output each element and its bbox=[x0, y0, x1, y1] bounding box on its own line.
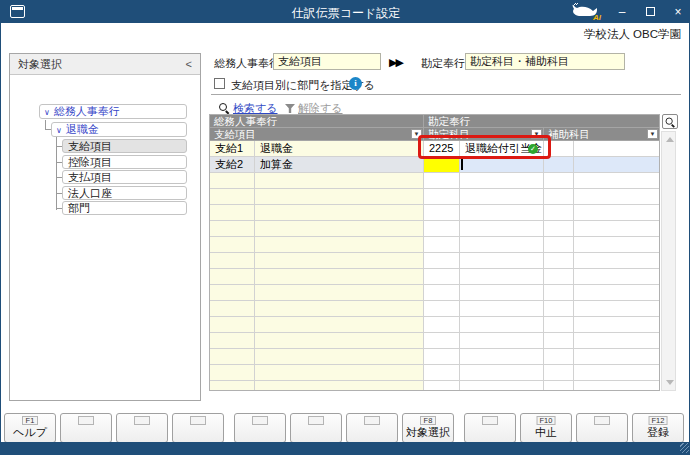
fkey-button-4[interactable] bbox=[172, 413, 224, 443]
close-button[interactable]: × bbox=[671, 1, 685, 23]
cell-name[interactable] bbox=[255, 285, 424, 301]
cell-account_name[interactable] bbox=[460, 253, 544, 269]
info-icon[interactable]: i bbox=[349, 77, 362, 90]
cell-no[interactable] bbox=[210, 365, 255, 381]
cell-sub_code[interactable] bbox=[544, 301, 574, 317]
cell-account_code[interactable] bbox=[424, 237, 460, 253]
cell-sub_name[interactable] bbox=[574, 317, 659, 333]
cell-sub_code[interactable] bbox=[544, 205, 574, 221]
cell-account_code[interactable] bbox=[424, 365, 460, 381]
cell-no[interactable] bbox=[210, 381, 255, 390]
cell-sub_code[interactable] bbox=[544, 285, 574, 301]
cell-name[interactable] bbox=[255, 253, 424, 269]
cell-account_name[interactable] bbox=[460, 205, 544, 221]
dept-per-item-checkbox[interactable] bbox=[214, 78, 225, 89]
cell-account_name[interactable] bbox=[460, 365, 544, 381]
cell-account_name[interactable]: 退職給付引当金✓ bbox=[460, 141, 544, 157]
cell-account_code[interactable] bbox=[424, 269, 460, 285]
fkey-button-7[interactable] bbox=[346, 413, 398, 443]
collapse-panel-button[interactable]: < bbox=[186, 58, 192, 70]
cell-sub_code[interactable] bbox=[544, 221, 574, 237]
tree-node-root[interactable]: ∨総務人事奉行 bbox=[39, 104, 187, 119]
cell-sub_code[interactable] bbox=[544, 269, 574, 285]
fkey-button-6[interactable] bbox=[290, 413, 342, 443]
tree-item-0[interactable]: 支給項目 bbox=[62, 139, 187, 153]
cell-sub_name[interactable] bbox=[574, 381, 659, 390]
tree-node-child[interactable]: ∨退職金 bbox=[51, 122, 187, 137]
cell-sub_code[interactable] bbox=[544, 333, 574, 349]
cell-name[interactable] bbox=[255, 205, 424, 221]
fkey-button-f1[interactable]: F1ヘルプ bbox=[4, 413, 56, 443]
cell-sub_name[interactable] bbox=[574, 333, 659, 349]
cell-no[interactable]: 支給1 bbox=[210, 141, 255, 157]
cell-name[interactable]: 加算金 bbox=[255, 157, 424, 173]
fkey-button-f8[interactable]: F8対象選択 bbox=[402, 413, 454, 443]
tree-item-1[interactable]: 控除項目 bbox=[62, 155, 187, 169]
source-item-field[interactable]: 支給項目 bbox=[273, 53, 381, 70]
cell-account_name[interactable] bbox=[460, 189, 544, 205]
fkey-button-f12[interactable]: F12登録 bbox=[632, 413, 684, 443]
table-search-button[interactable] bbox=[662, 114, 678, 129]
cell-sub_code[interactable] bbox=[544, 189, 574, 205]
scroll-up-icon[interactable] bbox=[666, 137, 674, 142]
fkey-button-5[interactable] bbox=[234, 413, 286, 443]
cell-sub_code[interactable] bbox=[544, 317, 574, 333]
cell-sub_code[interactable] bbox=[544, 365, 574, 381]
maximize-button[interactable] bbox=[643, 1, 657, 23]
cell-sub_code[interactable] bbox=[544, 141, 574, 157]
minimize-button[interactable]: – bbox=[615, 1, 629, 23]
cell-account_code[interactable] bbox=[424, 381, 460, 390]
cell-account_code[interactable] bbox=[424, 221, 460, 237]
cell-account_name[interactable] bbox=[460, 317, 544, 333]
cell-sub_name[interactable] bbox=[574, 189, 659, 205]
cell-name[interactable] bbox=[255, 365, 424, 381]
cell-no[interactable] bbox=[210, 349, 255, 365]
cell-name[interactable] bbox=[255, 381, 424, 390]
cell-no[interactable] bbox=[210, 173, 255, 189]
cell-account_name[interactable] bbox=[460, 301, 544, 317]
cell-sub_name[interactable] bbox=[574, 285, 659, 301]
cell-sub_code[interactable] bbox=[544, 173, 574, 189]
cell-no[interactable] bbox=[210, 189, 255, 205]
cell-sub_name[interactable] bbox=[574, 269, 659, 285]
cell-account_code[interactable] bbox=[424, 285, 460, 301]
resize-grip[interactable] bbox=[680, 443, 690, 453]
cell-sub_name[interactable] bbox=[574, 205, 659, 221]
cell-sub_code[interactable] bbox=[544, 157, 574, 173]
scroll-down-icon[interactable] bbox=[666, 380, 674, 385]
fkey-button-2[interactable] bbox=[60, 413, 112, 443]
cell-name[interactable] bbox=[255, 189, 424, 205]
fkey-button-3[interactable] bbox=[116, 413, 168, 443]
cell-no[interactable] bbox=[210, 285, 255, 301]
filter-dropdown-icon[interactable]: ▼ bbox=[411, 129, 422, 139]
cell-sub_name[interactable] bbox=[574, 237, 659, 253]
fkey-button-f10[interactable]: F10中止 bbox=[520, 413, 572, 443]
cell-account_name[interactable] bbox=[460, 349, 544, 365]
cell-account_code[interactable] bbox=[424, 317, 460, 333]
filter-dropdown-icon[interactable]: ▼ bbox=[531, 129, 542, 139]
cell-no[interactable] bbox=[210, 205, 255, 221]
cell-account_code[interactable]: 2225 bbox=[424, 141, 460, 157]
cell-sub_name[interactable] bbox=[574, 365, 659, 381]
cell-account_code[interactable] bbox=[424, 173, 460, 189]
cell-account_code[interactable] bbox=[424, 253, 460, 269]
cell-sub_name[interactable] bbox=[574, 221, 659, 237]
cell-account_name[interactable] bbox=[460, 269, 544, 285]
cell-account_name[interactable] bbox=[460, 237, 544, 253]
cell-name[interactable]: 退職金 bbox=[255, 141, 424, 157]
fkey-button-9[interactable] bbox=[464, 413, 516, 443]
cell-name[interactable] bbox=[255, 221, 424, 237]
cell-sub_name[interactable] bbox=[574, 349, 659, 365]
cell-sub_name[interactable] bbox=[574, 301, 659, 317]
cell-account_code[interactable] bbox=[424, 349, 460, 365]
cell-account_name[interactable] bbox=[460, 285, 544, 301]
vertical-scrollbar[interactable] bbox=[661, 131, 676, 391]
cell-name[interactable] bbox=[255, 301, 424, 317]
cell-name[interactable] bbox=[255, 349, 424, 365]
cell-sub_code[interactable] bbox=[544, 237, 574, 253]
cell-account_name[interactable] bbox=[460, 381, 544, 390]
tree-item-3[interactable]: 法人口座 bbox=[62, 186, 187, 200]
cell-sub_name[interactable] bbox=[574, 157, 659, 173]
cell-account_code[interactable] bbox=[424, 157, 460, 173]
cell-no[interactable] bbox=[210, 333, 255, 349]
